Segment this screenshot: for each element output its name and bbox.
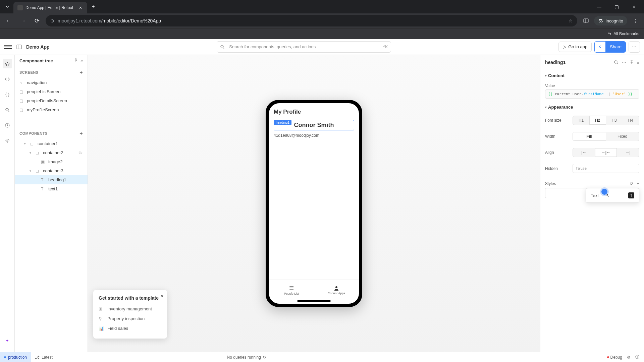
- caret-icon[interactable]: ▾: [30, 151, 33, 155]
- rail-components-icon[interactable]: [3, 59, 12, 68]
- width-fixed[interactable]: Fixed: [606, 132, 639, 141]
- style-option-text[interactable]: Text T: [588, 190, 637, 200]
- close-tab-icon[interactable]: ×: [78, 5, 83, 10]
- caret-icon[interactable]: ▾: [24, 142, 28, 145]
- global-search-input[interactable]: Search for components, queries, and acti…: [217, 41, 391, 53]
- new-tab-button[interactable]: +: [89, 2, 98, 11]
- component-item-container2[interactable]: ▾ ◻ container2: [15, 148, 88, 157]
- reset-styles-icon[interactable]: ↺: [630, 181, 633, 186]
- inspector-unpin-icon[interactable]: [630, 60, 634, 65]
- rail-search-icon[interactable]: [3, 105, 12, 115]
- screen-item-myprofile[interactable]: ▢ myProfileScreen: [15, 105, 88, 114]
- main-menu-button[interactable]: [4, 43, 12, 51]
- browser-tab[interactable]: Demo App | Editor | Retool ×: [13, 2, 87, 13]
- email-text[interactable]: 41d1e868@moodjoy.com: [274, 133, 354, 138]
- component-item-text1[interactable]: T text1: [15, 184, 88, 193]
- maximize-window-button[interactable]: ▢: [609, 1, 624, 12]
- content-section-label: Content: [548, 73, 565, 78]
- container-icon: ◻: [30, 141, 35, 146]
- refresh-queries-icon[interactable]: ⟳: [263, 355, 266, 360]
- close-toast-button[interactable]: ×: [161, 293, 164, 299]
- tab-list-dropdown[interactable]: [3, 2, 12, 11]
- close-window-button[interactable]: ×: [627, 1, 641, 12]
- footer-help-icon[interactable]: ⓘ: [635, 354, 639, 360]
- search-shortcut: ^K: [383, 45, 388, 49]
- heading-text: Connor Smith: [294, 122, 334, 128]
- screen-item-navigation[interactable]: ⌂ navigation: [15, 78, 88, 87]
- hidden-input[interactable]: false: [573, 164, 639, 173]
- play-icon: ▷: [563, 44, 566, 49]
- footer-settings-icon[interactable]: ⚙: [627, 355, 631, 360]
- more-menu-button[interactable]: ⋯: [629, 41, 640, 53]
- component-item-heading1[interactable]: T heading1: [15, 175, 88, 184]
- add-screen-button[interactable]: +: [79, 69, 83, 75]
- template-inventory[interactable]: ⊞ Inventory management: [99, 304, 162, 314]
- value-code-input[interactable]: {{ current_user.firstName || 'User' }}: [545, 89, 639, 99]
- screen-title: My Profile: [274, 109, 354, 115]
- folder-icon: 🗀: [607, 32, 611, 36]
- tab-connor-apps[interactable]: Connor Apps: [314, 280, 359, 300]
- forward-button[interactable]: →: [17, 15, 28, 26]
- version-selector[interactable]: ⎇ Latest: [31, 355, 57, 360]
- template-property[interactable]: ⚲ Property inspection: [99, 314, 162, 323]
- panel-title: Component tree: [19, 58, 53, 63]
- tab-people-list[interactable]: ☰ People List: [269, 280, 314, 300]
- heading-component[interactable]: heading1 Connor Smith: [274, 120, 354, 130]
- phone-frame: My Profile heading1 Connor Smith 41d1e86…: [266, 100, 362, 307]
- go-to-app-button[interactable]: ▷ Go to app: [558, 42, 592, 52]
- appearance-section-header[interactable]: ▾ Appearance: [545, 105, 639, 110]
- environment-badge[interactable]: production: [0, 352, 31, 362]
- inspector-search-icon[interactable]: [614, 60, 619, 65]
- panel-toggle-icon[interactable]: [16, 44, 22, 50]
- add-component-button[interactable]: +: [79, 130, 83, 136]
- align-center[interactable]: →|←: [595, 148, 617, 157]
- env-label: production: [8, 355, 27, 360]
- all-bookmarks-button[interactable]: 🗀 All Bookmarks: [607, 32, 639, 36]
- font-size-h1[interactable]: H1: [573, 116, 589, 125]
- template-field-sales[interactable]: 📊 Field sales: [99, 323, 162, 333]
- caret-icon[interactable]: ▾: [30, 169, 33, 173]
- hidden-icon[interactable]: [78, 150, 83, 155]
- svg-rect-4: [17, 45, 21, 49]
- canvas[interactable]: My Profile heading1 Connor Smith 41d1e86…: [88, 55, 540, 352]
- reload-button[interactable]: ⟳: [32, 15, 42, 26]
- url-bar[interactable]: ⊙ moodjoy1.retool.com/mobile/editor/Demo…: [46, 15, 577, 26]
- inspector-expand-icon[interactable]: »: [637, 60, 639, 65]
- collapse-panel-icon[interactable]: «: [80, 58, 83, 63]
- pin-icon[interactable]: [74, 58, 78, 63]
- component-label: container3: [43, 168, 63, 173]
- text-icon: T: [41, 178, 46, 182]
- query-status: No queries running ⟳: [227, 355, 266, 360]
- component-item-container1[interactable]: ▾ ◻ container1: [15, 139, 88, 148]
- back-button[interactable]: ←: [3, 15, 14, 26]
- add-style-button[interactable]: +: [637, 181, 639, 186]
- app-name: Demo App: [26, 44, 49, 50]
- svg-line-14: [617, 63, 618, 64]
- screen-item-peopledetails[interactable]: ▢ peopleDetailsScreen: [15, 96, 88, 105]
- rail-code-icon[interactable]: [3, 74, 12, 84]
- bookmark-star-icon[interactable]: ☆: [569, 18, 573, 23]
- site-settings-icon[interactable]: ⊙: [50, 18, 54, 23]
- font-size-h2[interactable]: H2: [589, 116, 606, 125]
- inspector-more-icon[interactable]: ⋯: [622, 60, 626, 65]
- component-item-image2[interactable]: ▣ image2: [15, 157, 88, 166]
- rail-ai-icon[interactable]: ✦: [3, 336, 12, 345]
- align-left[interactable]: |←: [573, 148, 595, 157]
- appearance-section-label: Appearance: [548, 105, 573, 110]
- rail-history-icon[interactable]: [3, 121, 12, 130]
- rail-settings-icon[interactable]: [3, 136, 12, 145]
- debug-button[interactable]: Debug: [607, 355, 622, 360]
- screen-item-peoplelist[interactable]: ▢ peopleListScreen: [15, 87, 88, 96]
- component-item-container3[interactable]: ▾ ◻ container3: [15, 166, 88, 175]
- browser-menu-button[interactable]: ⋮: [630, 15, 641, 26]
- width-fill[interactable]: Fill: [573, 132, 606, 141]
- minimize-window-button[interactable]: —: [592, 1, 606, 12]
- rail-state-icon[interactable]: [3, 90, 12, 99]
- copy-link-button[interactable]: [594, 41, 606, 53]
- panels-icon[interactable]: [581, 15, 591, 26]
- font-size-h4[interactable]: H4: [623, 116, 639, 125]
- font-size-h3[interactable]: H3: [606, 116, 623, 125]
- align-right[interactable]: →|: [617, 148, 639, 157]
- content-section-header[interactable]: ▾ Content: [545, 73, 639, 78]
- share-button[interactable]: Share: [605, 41, 626, 53]
